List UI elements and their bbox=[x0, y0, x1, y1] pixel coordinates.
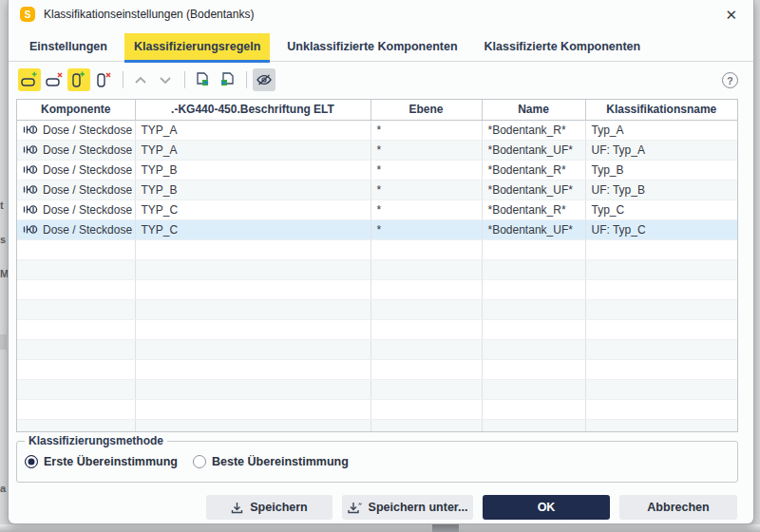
app-icon: S bbox=[20, 7, 35, 22]
cell-komponente: Dose / Steckdose bbox=[17, 200, 135, 219]
radio-erste-uebereinstimmung[interactable] bbox=[25, 455, 38, 468]
chevron-down-icon bbox=[159, 76, 172, 85]
rules-table: Komponente .-KG440-450.Beschriftung ELT … bbox=[16, 99, 738, 432]
socket-icon bbox=[23, 184, 38, 195]
cell-komponente: Dose / Steckdose bbox=[17, 160, 135, 180]
cell-ebene: * bbox=[370, 200, 482, 219]
save-as-button-label: Speichern unter... bbox=[369, 501, 468, 514]
cell-komponente: Dose / Steckdose bbox=[17, 140, 135, 160]
export-rules-button[interactable] bbox=[191, 68, 214, 91]
document-import-icon bbox=[218, 71, 236, 88]
cell-ebene: * bbox=[370, 180, 482, 200]
empty-table-row bbox=[17, 339, 737, 359]
empty-table-row bbox=[17, 379, 737, 399]
document-export-icon bbox=[194, 71, 211, 88]
radio-beste-uebereinstimmung[interactable] bbox=[193, 455, 206, 468]
cell-klassifikation: Typ_C bbox=[585, 200, 737, 219]
move-up-button[interactable] bbox=[129, 68, 152, 91]
cell-komponente: Dose / Steckdose bbox=[17, 180, 135, 200]
delete-column-icon bbox=[94, 70, 113, 89]
cell-ebene: * bbox=[370, 120, 482, 140]
cancel-button-label: Abbrechen bbox=[647, 501, 709, 514]
add-condition-button[interactable] bbox=[67, 68, 90, 91]
toggle-visibility-button[interactable] bbox=[253, 68, 276, 91]
background-text-fragment: M bbox=[0, 268, 8, 279]
toolbar-separator bbox=[184, 71, 185, 88]
socket-icon bbox=[23, 124, 38, 135]
background-window-edge bbox=[0, 524, 760, 532]
table-row[interactable]: Dose / SteckdoseTYP_A**Bodentank_UF*UF: … bbox=[17, 140, 737, 160]
empty-table-row bbox=[17, 319, 737, 339]
empty-table-row bbox=[17, 259, 737, 279]
help-icon[interactable]: ? bbox=[722, 72, 738, 88]
background-scrollbar-fragment bbox=[432, 524, 459, 532]
cell-name: *Bodentank_UF* bbox=[482, 219, 585, 239]
cell-beschriftung: TYP_A bbox=[135, 140, 370, 160]
empty-table-row bbox=[17, 419, 737, 432]
classification-settings-dialog: S Klassifikationseinstellungen (Bodentan… bbox=[8, 0, 754, 524]
add-rule-button[interactable] bbox=[18, 68, 41, 91]
group-legend: Klassifizierungsmethode bbox=[25, 434, 167, 447]
chevron-up-icon bbox=[134, 76, 147, 85]
cell-ebene: * bbox=[370, 160, 482, 180]
column-header-klassifikationsname: Klassifikationsname bbox=[585, 100, 737, 120]
cell-beschriftung: TYP_B bbox=[135, 160, 370, 180]
cell-name: *Bodentank_R* bbox=[482, 160, 585, 180]
table-row[interactable]: Dose / SteckdoseTYP_C**Bodentank_R*Typ_C bbox=[17, 200, 737, 219]
toolbar-separator bbox=[123, 71, 124, 88]
cell-klassifikation: UF: Typ_C bbox=[585, 219, 737, 239]
cell-name: *Bodentank_UF* bbox=[482, 180, 585, 200]
move-down-button[interactable] bbox=[154, 68, 177, 91]
column-header-beschriftung: .-KG440-450.Beschriftung ELT bbox=[135, 100, 370, 120]
table-row[interactable]: Dose / SteckdoseTYP_C**Bodentank_UF*UF: … bbox=[17, 219, 737, 239]
ok-button[interactable]: OK bbox=[483, 495, 610, 520]
save-icon bbox=[231, 502, 243, 514]
cell-komponente: Dose / Steckdose bbox=[17, 219, 135, 239]
empty-table-row bbox=[17, 299, 737, 319]
column-header-ebene: Ebene bbox=[370, 100, 482, 120]
radio-label: Beste Übereinstimmung bbox=[212, 455, 349, 468]
tab-bar: Einstellungen Klassifizierungsregeln Unk… bbox=[9, 30, 753, 62]
add-row-icon bbox=[20, 71, 39, 88]
socket-icon bbox=[23, 204, 38, 215]
delete-rule-button[interactable] bbox=[43, 68, 66, 91]
cancel-button[interactable]: Abbrechen bbox=[619, 495, 737, 520]
background-text-fragment: a bbox=[0, 483, 8, 494]
tab-unklassifizierte-komponenten[interactable]: Unklassifizierte Komponenten bbox=[277, 33, 466, 61]
table-row[interactable]: Dose / SteckdoseTYP_B**Bodentank_UF*UF: … bbox=[17, 180, 737, 200]
import-rules-button[interactable] bbox=[216, 68, 238, 91]
cell-name: *Bodentank_R* bbox=[482, 120, 585, 140]
save-button[interactable]: Speichern bbox=[206, 495, 332, 520]
column-header-komponente: Komponente bbox=[17, 100, 135, 120]
titlebar: S Klassifikationseinstellungen (Bodentan… bbox=[9, 0, 753, 28]
background-text-fragment: t bbox=[0, 200, 8, 211]
tab-klassifizierte-komponenten[interactable]: Klassifizierte Komponenten bbox=[475, 33, 651, 61]
cell-klassifikation: UF: Typ_A bbox=[585, 140, 737, 160]
cell-klassifikation: Typ_A bbox=[585, 120, 737, 140]
add-column-icon bbox=[69, 70, 88, 89]
ok-button-label: OK bbox=[538, 501, 556, 514]
empty-table-row bbox=[17, 239, 737, 259]
empty-table-row bbox=[17, 279, 737, 299]
classification-method-group: Klassifizierungsmethode Erste Übereinsti… bbox=[16, 441, 738, 483]
table-row[interactable]: Dose / SteckdoseTYP_A**Bodentank_R*Typ_A bbox=[17, 120, 737, 140]
eye-off-icon bbox=[256, 73, 273, 86]
tab-einstellungen[interactable]: Einstellungen bbox=[20, 33, 117, 61]
table-row[interactable]: Dose / SteckdoseTYP_B**Bodentank_R*Typ_B bbox=[17, 160, 737, 180]
delete-condition-button[interactable] bbox=[92, 68, 115, 91]
save-button-label: Speichern bbox=[250, 501, 307, 514]
table-header: Komponente .-KG440-450.Beschriftung ELT … bbox=[17, 100, 737, 120]
socket-icon bbox=[23, 144, 38, 155]
tab-klassifizierungsregeln[interactable]: Klassifizierungsregeln bbox=[124, 33, 270, 61]
close-icon[interactable]: ✕ bbox=[720, 6, 742, 24]
background-fragment bbox=[0, 334, 7, 350]
socket-icon bbox=[23, 224, 38, 235]
save-as-button[interactable]: Speichern unter... bbox=[342, 495, 473, 520]
empty-table-row bbox=[17, 359, 737, 379]
cell-komponente: Dose / Steckdose bbox=[17, 120, 135, 140]
cell-ebene: * bbox=[370, 219, 482, 239]
cell-beschriftung: TYP_B bbox=[135, 180, 370, 200]
background-text-fragment: s bbox=[0, 234, 8, 245]
save-as-icon bbox=[348, 502, 362, 514]
cell-beschriftung: TYP_A bbox=[135, 120, 370, 140]
